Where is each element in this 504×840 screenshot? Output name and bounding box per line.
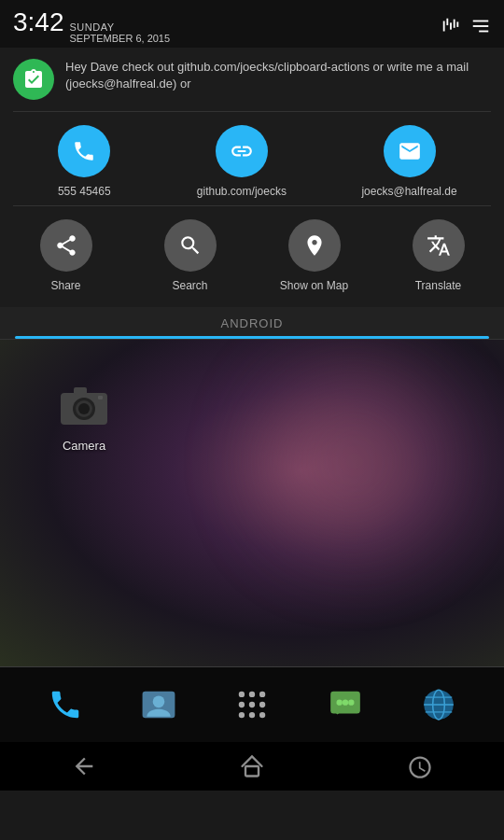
- svg-rect-3: [454, 19, 455, 27]
- email-label: joecks@halfreal.de: [361, 185, 456, 198]
- back-button[interactable]: [56, 748, 112, 785]
- translate-circle[interactable]: [413, 219, 465, 272]
- time-block: 3:42 SUNDAY SEPTEMBER 6, 2015: [13, 7, 170, 44]
- link-label: github.com/joecks: [197, 185, 287, 198]
- svg-point-19: [239, 702, 245, 707]
- svg-point-20: [249, 702, 255, 707]
- camera-icon: [57, 378, 111, 432]
- date-string: SEPTEMBER 6, 2015: [70, 33, 171, 44]
- phone-chip[interactable]: 555 45465: [47, 125, 121, 198]
- share-action[interactable]: Share: [29, 219, 104, 292]
- translate-label: Translate: [415, 279, 462, 292]
- svg-point-24: [259, 712, 265, 718]
- svg-point-15: [153, 696, 165, 708]
- link-circle[interactable]: [216, 125, 268, 177]
- email-chip[interactable]: joecks@halfreal.de: [361, 125, 456, 198]
- svg-point-22: [239, 712, 245, 718]
- link-icon: [230, 139, 254, 163]
- notification-app-icon: [13, 59, 54, 100]
- svg-rect-13: [98, 396, 103, 399]
- share-circle[interactable]: [40, 219, 92, 272]
- search-action[interactable]: Search: [153, 219, 228, 292]
- equalizer-icon: [441, 16, 461, 36]
- svg-rect-0: [443, 21, 445, 31]
- svg-rect-34: [245, 766, 259, 777]
- phone-label: 555 45465: [58, 185, 111, 198]
- notification-text: Hey Dave check out github.com/joecks/cli…: [65, 59, 491, 92]
- search-circle[interactable]: [164, 219, 217, 272]
- svg-point-26: [337, 699, 343, 705]
- app-chooser-title: ANDROID: [13, 316, 491, 336]
- svg-point-11: [78, 403, 90, 414]
- day-name: SUNDAY: [70, 21, 171, 33]
- nav-bar: [0, 742, 504, 791]
- svg-point-28: [348, 699, 354, 705]
- phone-icon: [72, 139, 96, 163]
- date-block: SUNDAY SEPTEMBER 6, 2015: [70, 21, 171, 44]
- svg-point-18: [259, 692, 265, 697]
- map-label: Show on Map: [280, 279, 348, 292]
- link-chip[interactable]: github.com/joecks: [197, 125, 287, 198]
- svg-point-16: [239, 692, 245, 697]
- email-circle[interactable]: [384, 125, 436, 177]
- svg-rect-1: [446, 18, 448, 24]
- email-icon: [398, 139, 422, 163]
- svg-point-23: [249, 712, 255, 718]
- svg-rect-6: [473, 25, 489, 27]
- dock-messages-icon[interactable]: [322, 681, 369, 728]
- status-bar: 3:42 SUNDAY SEPTEMBER 6, 2015: [0, 0, 504, 48]
- phone-circle[interactable]: [58, 125, 110, 177]
- notification-panel: Hey Dave check out github.com/joecks/cli…: [0, 48, 504, 340]
- dock-browser-icon[interactable]: [415, 681, 462, 728]
- home-button[interactable]: [224, 748, 280, 785]
- dock-apps-icon[interactable]: [229, 681, 275, 728]
- search-icon: [178, 233, 203, 258]
- camera-icon-img: [56, 377, 112, 433]
- share-label: Share: [50, 279, 80, 292]
- recents-button[interactable]: [392, 748, 448, 785]
- chooser-active-bar: [15, 336, 489, 339]
- dock-phone-icon[interactable]: [42, 681, 89, 728]
- map-circle[interactable]: [288, 219, 341, 272]
- dock-contacts-icon[interactable]: [135, 681, 182, 728]
- search-label: Search: [172, 279, 207, 292]
- status-icons: [441, 16, 491, 36]
- svg-rect-7: [479, 30, 488, 32]
- svg-point-27: [343, 699, 348, 705]
- actions-row: Share Search Show on Map: [0, 206, 504, 307]
- notification-item: Hey Dave check out github.com/joecks/cli…: [0, 48, 504, 111]
- translate-action[interactable]: Translate: [401, 219, 476, 292]
- camera-desktop-icon[interactable]: Camera: [56, 377, 112, 453]
- overflow-icon: [470, 16, 491, 36]
- svg-rect-12: [74, 387, 87, 395]
- contact-chips-row[interactable]: 555 45465 github.com/joecks joecks@halfr…: [0, 112, 504, 205]
- app-chooser: ANDROID: [0, 307, 504, 339]
- share-icon: [54, 233, 78, 258]
- svg-point-17: [249, 692, 255, 697]
- svg-rect-2: [450, 22, 452, 29]
- map-action[interactable]: Show on Map: [277, 219, 352, 292]
- desktop: Camera: [0, 340, 504, 666]
- svg-rect-4: [456, 21, 458, 27]
- clipboard-icon: [22, 68, 45, 91]
- camera-label: Camera: [63, 439, 105, 453]
- map-pin-icon: [302, 233, 327, 258]
- svg-point-21: [259, 702, 265, 707]
- translate-icon: [427, 233, 451, 258]
- dock: [0, 667, 504, 742]
- clock: 3:42: [13, 7, 64, 37]
- svg-rect-5: [473, 20, 489, 21]
